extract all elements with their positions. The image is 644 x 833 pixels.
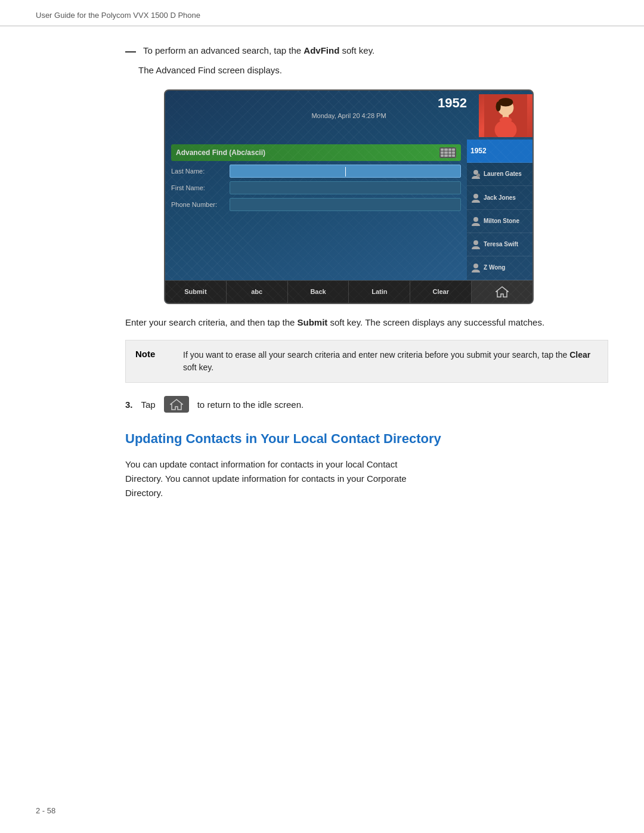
phone-avatar: [479, 94, 532, 137]
contact-name-teresa: Teresa Swift: [484, 241, 518, 248]
advfind-bold: AdvFind: [304, 45, 339, 55]
bullet-dash: —: [125, 44, 136, 59]
last-name-input[interactable]: [230, 165, 461, 178]
bullet-item: — To perform an advanced search, tap the…: [125, 44, 608, 59]
phone-number-label: Phone Number:: [171, 201, 225, 208]
first-name-label: First Name:: [171, 184, 225, 191]
page-number: 2 - 58: [36, 806, 55, 815]
after-phone-text: Enter your search criteria, and then tap…: [125, 316, 608, 330]
section-heading: Updating Contacts in Your Local Contact …: [125, 431, 608, 448]
contact-lauren-gates[interactable]: ♪ Lauren Gates: [467, 163, 532, 186]
softkey-latin[interactable]: Latin: [349, 281, 410, 303]
svg-marker-15: [171, 400, 182, 410]
first-name-input[interactable]: [230, 181, 461, 194]
step-3: 3. Tap to return to the idle screen.: [125, 396, 608, 413]
contacts-list: 1952 ♪ Lauren Gates: [467, 140, 532, 280]
note-label: Note: [135, 349, 171, 374]
adv-find-bar: Advanced Find (Abc/ascii): [171, 144, 461, 161]
note-text: If you want to erase all your search cri…: [183, 349, 598, 374]
phone-body: Advanced Find (Abc/ascii) Last Name:: [165, 140, 532, 280]
note-box: Note If you want to erase all your searc…: [125, 340, 608, 383]
contact-name-milton: Milton Stone: [484, 218, 519, 225]
phone-screen-wrapper: Monday, April 20 4:28 PM 1952: [89, 89, 608, 304]
home-button-image: [164, 396, 189, 413]
svg-point-11: [473, 217, 478, 222]
step-tap-text: Tap: [141, 400, 156, 410]
svg-point-6: [500, 117, 512, 123]
contact-ext-number: 1952: [470, 147, 487, 155]
softkey-home[interactable]: [472, 281, 532, 303]
phone-extension: 1952: [438, 95, 467, 111]
phone-number-field[interactable]: Phone Number:: [171, 198, 461, 211]
contact-z-wong[interactable]: Z Wong: [467, 256, 532, 280]
page-header: User Guide for the Polycom VVX 1500 D Ph…: [0, 0, 644, 26]
svg-marker-14: [496, 287, 508, 297]
contact-teresa-swift[interactable]: Teresa Swift: [467, 233, 532, 256]
svg-point-3: [496, 101, 501, 111]
contact-name-jack: Jack Jones: [484, 194, 516, 202]
contact-jack-jones[interactable]: Jack Jones: [467, 186, 532, 209]
contact-name-lauren: Lauren Gates: [484, 171, 522, 178]
header-text: User Guide for the Polycom VVX 1500 D Ph…: [36, 11, 200, 20]
softkey-abc[interactable]: abc: [227, 281, 288, 303]
phone-form-area: Advanced Find (Abc/ascii) Last Name:: [165, 140, 467, 280]
first-name-field[interactable]: First Name:: [171, 181, 461, 194]
text-cursor: [345, 167, 346, 176]
softkey-back[interactable]: Back: [288, 281, 349, 303]
contact-name-zwong: Z Wong: [484, 264, 505, 271]
step-number: 3.: [125, 400, 133, 410]
last-name-label: Last Name:: [171, 168, 225, 175]
keyboard-icon: [439, 147, 456, 158]
contact-1952[interactable]: 1952: [467, 140, 532, 163]
phone-datetime: Monday, April 20 4:28 PM: [311, 112, 386, 120]
adv-find-label: Advanced Find (Abc/ascii): [176, 148, 265, 157]
clear-bold: Clear: [569, 350, 590, 360]
section-body: You can update contact information for c…: [125, 457, 435, 500]
phone-screen: Monday, April 20 4:28 PM 1952: [164, 89, 534, 304]
main-content: — To perform an advanced search, tap the…: [0, 26, 644, 518]
indent-text: The Advanced Find screen displays.: [138, 64, 608, 78]
soft-keys-bar: Submit abc Back Latin Clear: [165, 280, 532, 303]
phone-top-bar: Monday, April 20 4:28 PM 1952: [165, 91, 532, 140]
page-footer: 2 - 58: [36, 806, 55, 815]
bullet-text: To perform an advanced search, tap the A…: [143, 44, 374, 58]
last-name-field[interactable]: Last Name:: [171, 165, 461, 178]
contact-milton-stone[interactable]: Milton Stone: [467, 210, 532, 233]
svg-point-12: [473, 240, 478, 245]
submit-bold: Submit: [298, 317, 328, 327]
phone-number-input[interactable]: [230, 198, 461, 211]
svg-point-10: [473, 194, 478, 199]
step-suffix-text: to return to the idle screen.: [197, 400, 304, 410]
softkey-clear[interactable]: Clear: [410, 281, 472, 303]
softkey-submit[interactable]: Submit: [165, 281, 227, 303]
svg-point-13: [473, 264, 478, 268]
